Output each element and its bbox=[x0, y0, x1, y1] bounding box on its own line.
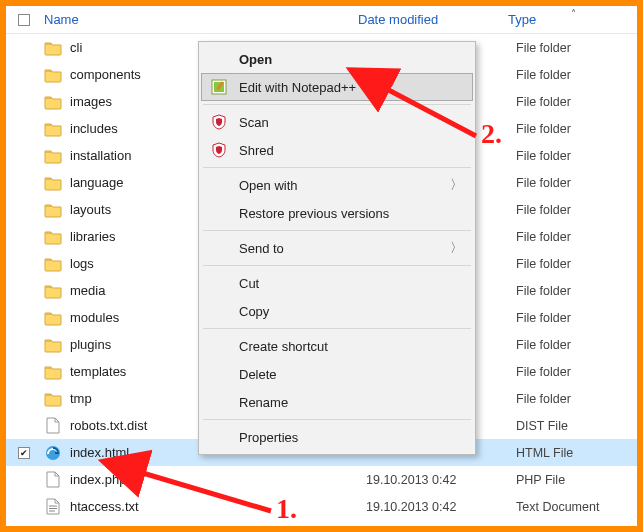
context-menu: Open Edit with Notepad++ Scan Shred Open… bbox=[198, 41, 476, 455]
separator bbox=[203, 167, 471, 168]
notepadpp-icon bbox=[209, 77, 229, 97]
file-type: File folder bbox=[516, 338, 637, 352]
folder-icon bbox=[44, 309, 62, 327]
file-type: File folder bbox=[516, 149, 637, 163]
edge-browser-icon bbox=[44, 444, 62, 462]
folder-icon bbox=[44, 93, 62, 111]
file-type: File folder bbox=[516, 257, 637, 271]
ctx-create-shortcut-label: Create shortcut bbox=[239, 339, 463, 354]
ctx-edit-notepadpp[interactable]: Edit with Notepad++ bbox=[201, 73, 473, 101]
ctx-open-with-label: Open with bbox=[239, 178, 450, 193]
ctx-shred-label: Shred bbox=[239, 143, 463, 158]
separator bbox=[203, 328, 471, 329]
file-date: 19.10.2013 0:42 bbox=[366, 500, 516, 514]
separator bbox=[203, 230, 471, 231]
file-type: File folder bbox=[516, 41, 637, 55]
ctx-create-shortcut[interactable]: Create shortcut bbox=[201, 332, 473, 360]
file-type: File folder bbox=[516, 284, 637, 298]
folder-icon bbox=[44, 120, 62, 138]
spacer-icon bbox=[209, 392, 229, 412]
ctx-delete[interactable]: Delete bbox=[201, 360, 473, 388]
file-type: File folder bbox=[516, 176, 637, 190]
ctx-properties[interactable]: Properties bbox=[201, 423, 473, 451]
list-item[interactable]: htaccess.txt19.10.2013 0:42Text Document bbox=[6, 493, 637, 520]
file-date: 19.10.2013 0:42 bbox=[366, 473, 516, 487]
file-type: File folder bbox=[516, 311, 637, 325]
file-type: File folder bbox=[516, 203, 637, 217]
file-type: File folder bbox=[516, 95, 637, 109]
ctx-rename-label: Rename bbox=[239, 395, 463, 410]
ctx-delete-label: Delete bbox=[239, 367, 463, 382]
ctx-send-to-label: Send to bbox=[239, 241, 450, 256]
ctx-edit-notepadpp-label: Edit with Notepad++ bbox=[239, 80, 463, 95]
file-type: File folder bbox=[516, 365, 637, 379]
separator bbox=[203, 265, 471, 266]
chevron-right-icon: 〉 bbox=[450, 176, 463, 194]
spacer-icon bbox=[209, 427, 229, 447]
ctx-cut[interactable]: Cut bbox=[201, 269, 473, 297]
text-file-icon bbox=[44, 498, 62, 516]
file-type: File folder bbox=[516, 392, 637, 406]
spacer-icon bbox=[209, 364, 229, 384]
ctx-properties-label: Properties bbox=[239, 430, 463, 445]
column-header-row: Name Date modified Type ˄ bbox=[6, 6, 637, 34]
file-type: File folder bbox=[516, 68, 637, 82]
spacer-icon bbox=[209, 301, 229, 321]
ctx-open[interactable]: Open bbox=[201, 45, 473, 73]
shield-shred-icon bbox=[209, 140, 229, 160]
row-checkbox[interactable]: ✔ bbox=[18, 447, 30, 459]
spacer-icon bbox=[209, 203, 229, 223]
file-name: index.php bbox=[70, 472, 366, 487]
file-type: File folder bbox=[516, 230, 637, 244]
ctx-scan[interactable]: Scan bbox=[201, 108, 473, 136]
file-type: Text Document bbox=[516, 500, 637, 514]
ctx-send-to[interactable]: Send to 〉 bbox=[201, 234, 473, 262]
ctx-cut-label: Cut bbox=[239, 276, 463, 291]
file-icon bbox=[44, 417, 62, 435]
folder-icon bbox=[44, 228, 62, 246]
ctx-open-label: Open bbox=[239, 52, 463, 67]
select-all-checkbox[interactable] bbox=[18, 14, 30, 26]
ctx-restore-versions-label: Restore previous versions bbox=[239, 206, 463, 221]
file-icon bbox=[44, 471, 62, 489]
spacer-icon bbox=[209, 273, 229, 293]
folder-icon bbox=[44, 336, 62, 354]
file-type: File folder bbox=[516, 122, 637, 136]
folder-icon bbox=[44, 363, 62, 381]
folder-icon bbox=[44, 255, 62, 273]
spacer-icon bbox=[209, 175, 229, 195]
folder-icon bbox=[44, 147, 62, 165]
folder-icon bbox=[44, 39, 62, 57]
spacer-icon bbox=[209, 336, 229, 356]
ctx-copy-label: Copy bbox=[239, 304, 463, 319]
ctx-scan-label: Scan bbox=[239, 115, 463, 130]
ctx-shred[interactable]: Shred bbox=[201, 136, 473, 164]
list-item[interactable]: index.php19.10.2013 0:42PHP File bbox=[6, 466, 637, 493]
folder-icon bbox=[44, 390, 62, 408]
ctx-rename[interactable]: Rename bbox=[201, 388, 473, 416]
file-type: HTML File bbox=[516, 446, 637, 460]
column-header-date[interactable]: Date modified bbox=[358, 12, 508, 27]
folder-icon bbox=[44, 201, 62, 219]
spacer-icon bbox=[209, 238, 229, 258]
ctx-copy[interactable]: Copy bbox=[201, 297, 473, 325]
shield-scan-icon bbox=[209, 112, 229, 132]
folder-icon bbox=[44, 174, 62, 192]
file-type: DIST File bbox=[516, 419, 637, 433]
sort-indicator-icon: ˄ bbox=[571, 8, 576, 19]
spacer-icon bbox=[209, 49, 229, 69]
folder-icon bbox=[44, 66, 62, 84]
ctx-restore-versions[interactable]: Restore previous versions bbox=[201, 199, 473, 227]
separator bbox=[203, 104, 471, 105]
ctx-open-with[interactable]: Open with 〉 bbox=[201, 171, 473, 199]
chevron-right-icon: 〉 bbox=[450, 239, 463, 257]
column-header-name[interactable]: Name bbox=[44, 12, 79, 27]
separator bbox=[203, 419, 471, 420]
file-type: PHP File bbox=[516, 473, 637, 487]
file-name: htaccess.txt bbox=[70, 499, 366, 514]
folder-icon bbox=[44, 282, 62, 300]
